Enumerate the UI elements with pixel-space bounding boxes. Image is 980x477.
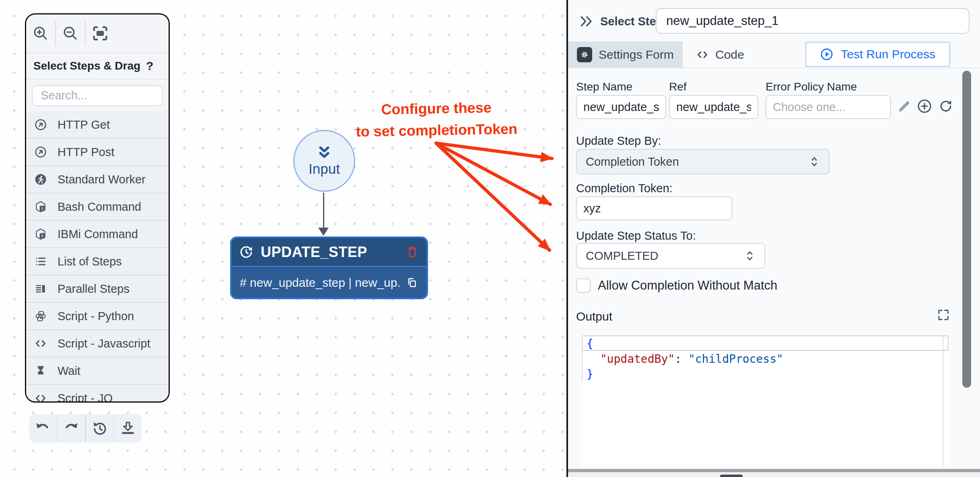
palette-title: Select Steps & Drag [33, 60, 140, 72]
refresh-policies-button[interactable] [938, 99, 953, 114]
history-button[interactable] [86, 414, 113, 442]
step-name-label: Step Name [576, 80, 632, 93]
code-icon [696, 48, 709, 61]
undo-button[interactable] [29, 414, 57, 442]
palette-item-script-javascript[interactable]: Script - Javascript [26, 329, 169, 357]
edge-arrowhead [318, 228, 329, 236]
undo-icon [34, 420, 51, 437]
annotation-line-1: Configure these [340, 96, 533, 121]
test-run-label: Test Run Process [841, 47, 935, 61]
update-step-by-value: Completion Token [586, 155, 679, 169]
tab-settings-label: Settings Form [599, 48, 674, 62]
update-step-title: UPDATE_STEP [261, 244, 398, 261]
tab-code-label: Code [715, 48, 744, 62]
edit-policy-button[interactable] [896, 99, 912, 114]
palette-item-list: HTTP Get HTTP Post Standard Worker [26, 111, 169, 403]
selected-step-input[interactable] [656, 8, 970, 34]
redo-button[interactable] [57, 414, 85, 442]
zoom-in-icon [32, 25, 49, 42]
step-name-input[interactable] [576, 95, 666, 119]
flow-canvas[interactable]: Select Steps & Drag ? HTTP Get HTTP Post [0, 0, 566, 477]
search-input[interactable] [32, 85, 163, 106]
palette-item-http-get[interactable]: HTTP Get [26, 111, 169, 138]
chevrons-down-icon [315, 145, 334, 161]
select-chevrons-icon [744, 249, 756, 262]
update-status-select[interactable]: COMPLETED [576, 243, 765, 269]
zoom-out-icon [62, 25, 79, 42]
update-step-node[interactable]: UPDATE_STEP # new_update_step | new_up..… [230, 236, 428, 299]
error-policy-label: Error Policy Name [766, 80, 857, 93]
delete-node-icon[interactable] [406, 245, 419, 259]
palette-item-parallel-steps[interactable]: Parallel Steps [26, 275, 169, 302]
http-post-icon [34, 146, 47, 158]
annotation-text: Configure these to set completionToken [340, 96, 533, 143]
fit-view-button[interactable] [86, 24, 115, 43]
collapse-panel-icon[interactable] [579, 13, 595, 29]
list-of-steps-icon [34, 255, 47, 268]
fullscreen-icon [937, 308, 950, 322]
json-close-brace: } [587, 368, 593, 381]
completion-token-label: Completion Token: [576, 182, 673, 195]
zoom-in-button[interactable] [26, 25, 55, 42]
update-status-value: COMPLETED [586, 249, 658, 263]
update-step-by-label: Update Step By: [576, 134, 661, 148]
update-status-label: Update Step Status To: [576, 229, 696, 243]
palette-item-wait[interactable]: Wait [26, 357, 169, 384]
palette-item-script-python[interactable]: Script - Python [26, 302, 169, 329]
horizontal-scrollbar-thumb[interactable] [720, 475, 743, 477]
pencil-icon [896, 99, 912, 114]
canvas-toolbar [26, 14, 169, 53]
tab-code[interactable]: Code [683, 41, 803, 68]
update-step-ref: # new_update_step | new_up... [240, 276, 400, 290]
horizontal-scrollbar-track[interactable] [568, 469, 980, 472]
test-run-process-button[interactable]: Test Run Process [805, 42, 950, 67]
standard-worker-icon [34, 173, 47, 186]
select-chevrons-icon [809, 155, 820, 168]
json-colon: : [675, 352, 688, 366]
script-javascript-icon [34, 337, 47, 350]
copy-icon[interactable] [406, 276, 418, 289]
plus-circle-icon [916, 98, 933, 114]
ref-input[interactable] [669, 95, 758, 119]
vertical-scrollbar-thumb[interactable] [962, 71, 971, 388]
redo-icon [63, 420, 80, 437]
expand-output-button[interactable] [937, 308, 950, 322]
palette-item-script-jq[interactable]: Script - JQ [26, 384, 169, 403]
update-step-header: UPDATE_STEP [232, 238, 426, 267]
zoom-out-button[interactable] [56, 25, 85, 42]
tab-settings-form[interactable]: Settings Form [568, 41, 683, 68]
allow-completion-checkbox[interactable] [576, 278, 591, 293]
edge-input-to-update [323, 193, 324, 229]
download-button[interactable] [114, 414, 142, 442]
script-python-icon [34, 310, 47, 323]
select-step-label: Select Step [600, 15, 663, 28]
ref-label: Ref [669, 80, 687, 93]
palette-item-bash-command[interactable]: $ Bash Command [26, 193, 169, 220]
json-key: "updatedBy" [600, 352, 675, 366]
palette-search-row [26, 80, 169, 111]
error-policy-input[interactable] [766, 95, 891, 119]
gear-icon [577, 47, 592, 62]
completion-token-input[interactable] [576, 196, 732, 220]
add-policy-button[interactable] [916, 98, 933, 114]
json-open-brace: { [587, 337, 593, 350]
allow-completion-label: Allow Completion Without Match [598, 278, 777, 293]
refresh-icon [938, 99, 953, 114]
panel-bottom-strip [568, 472, 980, 477]
script-jq-icon [34, 392, 47, 403]
ibmi-command-icon: $ [34, 228, 47, 241]
palette-item-ibmi-command[interactable]: $ IBMi Command [26, 220, 169, 247]
palette-item-http-post[interactable]: HTTP Post [26, 138, 169, 165]
annotation-line-2: to set completionToken [340, 118, 533, 143]
palette-item-list-of-steps[interactable]: List of Steps [26, 247, 169, 275]
help-icon[interactable]: ? [146, 59, 153, 73]
palette-item-standard-worker[interactable]: Standard Worker [26, 165, 169, 193]
update-step-by-select[interactable]: Completion Token [576, 149, 830, 175]
output-code-editor[interactable]: { "updatedBy": "childProcess" } [581, 335, 951, 468]
history-toolbar [29, 414, 142, 442]
wait-icon [34, 364, 47, 377]
json-value: "childProcess" [688, 352, 783, 366]
palette-header: Select Steps & Drag ? [26, 53, 169, 80]
update-history-icon [239, 245, 253, 259]
svg-text:$: $ [41, 234, 43, 238]
